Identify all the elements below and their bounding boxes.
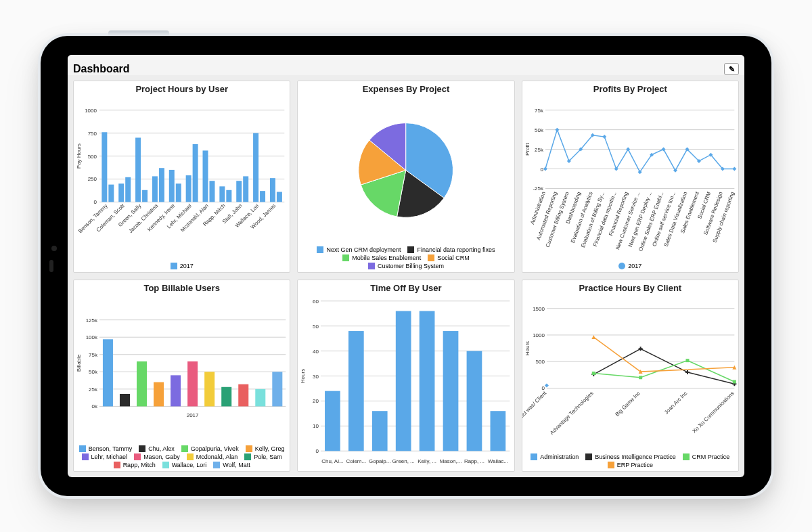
legend-swatch [171,263,177,269]
svg-rect-12 [108,185,114,202]
svg-rect-26 [186,175,191,202]
chart-profits: -25k025k50k75kProfitAdministrationAutoma… [522,95,738,261]
svg-text:25k: 25k [535,147,543,153]
svg-rect-32 [219,186,225,202]
svg-text:Chu, Al...: Chu, Al... [322,458,344,464]
legend-item: Mobile Sales Enablement [342,254,421,261]
legend-label: 2017 [628,263,641,269]
svg-text:No Client: Project was/ Client: No Client: Project was/ Client [522,390,548,444]
widget-title: Practice Hours By Client [522,283,738,293]
svg-rect-89 [171,375,181,406]
svg-rect-41 [270,178,275,202]
legend-item: Social CRM [428,254,470,261]
legend-item: Pole, Sam [244,453,282,460]
widget-top-billable[interactable]: Top Billable Users 0k25k50k75k100k125kBi… [73,280,290,472]
chart-time-off: 0102030405060HoursChu, Al...Colem...Gopa… [298,294,514,471]
widget-expenses[interactable]: Expenses By Project Next Gen CRM deploym… [297,81,514,273]
svg-text:40: 40 [313,349,319,355]
svg-rect-142 [591,372,595,375]
svg-text:100k: 100k [86,334,97,340]
svg-text:Gopalp...: Gopalp... [369,458,390,464]
legend-item: Business Intelligence Practice [585,453,676,460]
svg-rect-114 [348,331,364,451]
svg-rect-17 [135,137,141,202]
svg-text:Billable: Billable [76,354,82,372]
widget-project-hours[interactable]: Project Hours by User 02505007501000Pay … [73,81,290,273]
svg-text:0: 0 [540,167,543,173]
svg-rect-21 [159,168,164,202]
svg-text:-25k: -25k [533,185,543,192]
svg-rect-15 [125,177,131,202]
svg-rect-35 [236,181,242,202]
svg-text:Jacob, Christina: Jacob, Christina [128,202,160,234]
svg-text:Hours: Hours [524,341,531,355]
svg-text:1000: 1000 [85,108,97,114]
svg-text:Benson, Tammy: Benson, Tammy [77,202,109,234]
svg-rect-91 [204,372,215,406]
svg-rect-33 [226,190,231,202]
svg-text:Wallac...: Wallac... [488,458,508,464]
svg-text:Xo Xu Communications: Xo Xu Communications [691,390,735,434]
svg-text:Hours: Hours [300,369,306,383]
legend-item: Benson, Tammy [79,445,132,452]
chart-practice-hours: 050010001500HoursNo Client: Project was/… [522,294,738,452]
svg-text:Joan Arc Inc: Joan Arc Inc [663,390,688,415]
svg-text:50k: 50k [535,127,543,133]
svg-text:0k: 0k [92,403,97,409]
legend-label: 2017 [180,263,194,269]
widget-title: Expenses By Project [298,84,514,94]
page-title: Dashboard [73,63,130,75]
svg-text:Green, ...: Green, ... [392,458,415,464]
svg-rect-118 [396,311,411,451]
chart-top-billable: 0k25k50k75k100k125kBillable2017 [74,294,290,444]
legend-item: 2017 [171,263,194,269]
svg-rect-116 [372,411,388,451]
widget-time-off[interactable]: Time Off By User 0102030405060HoursChu, … [297,280,514,472]
svg-rect-88 [154,382,164,407]
svg-rect-90 [187,361,198,406]
legend-practice-hours: AdministrationBusiness Intelligence Prac… [522,452,738,471]
legend-item: Wolf, Matt [213,462,250,468]
chart-project-hours: 02505007501000Pay HoursBenson, TammyCole… [74,95,290,261]
svg-text:125k: 125k [86,317,97,324]
chart-expenses [298,95,514,245]
svg-text:20: 20 [313,398,319,404]
svg-text:750: 750 [88,131,97,137]
svg-rect-38 [253,133,258,202]
svg-text:1500: 1500 [533,306,545,312]
svg-rect-23 [169,170,175,202]
svg-rect-27 [193,144,198,202]
legend-item: Rapp, Mitch [114,462,156,468]
legend-item: Mason, Gaby [134,453,180,460]
svg-text:Profit: Profit [524,143,531,156]
svg-text:Colem...: Colem... [346,458,367,464]
svg-text:0: 0 [93,199,97,205]
legend-expenses: Next Gen CRM deploymentFinancial data re… [298,245,514,272]
svg-rect-20 [152,176,158,202]
svg-text:Advantage Technologies: Advantage Technologies [549,390,595,436]
legend-item: Lehr, Michael [82,453,128,460]
legend-top-billable: Benson, TammyChu, AlexGopalpuria, VivekK… [74,444,290,471]
tablet-frame: Dashboard ✎ Project Hours by User 025050… [41,36,771,496]
svg-text:60: 60 [313,298,319,305]
svg-rect-29 [203,150,208,202]
legend-item: Customer Billing System [368,263,444,269]
svg-text:250: 250 [88,176,97,182]
svg-text:25k: 25k [89,386,97,393]
svg-rect-11 [102,132,107,202]
legend-item: 2017 [618,263,641,269]
legend-item: CRM Practice [683,453,730,460]
widget-profits[interactable]: Profits By Project -25k025k50k75kProfitA… [522,81,739,273]
edit-dashboard-button[interactable]: ✎ [724,63,739,75]
svg-rect-18 [142,190,148,202]
svg-rect-86 [120,394,130,406]
svg-text:0: 0 [316,448,319,454]
legend-item: Financial data reporting fixes [407,246,495,253]
legend-item: Gopalpuria, Vivek [181,445,239,452]
svg-text:500: 500 [88,154,97,160]
svg-rect-93 [238,384,248,407]
widget-practice-hours[interactable]: Practice Hours By Client 050010001500Hou… [522,280,739,472]
svg-rect-39 [260,191,265,202]
widget-title: Project Hours by User [74,84,290,94]
svg-text:75k: 75k [535,108,543,114]
